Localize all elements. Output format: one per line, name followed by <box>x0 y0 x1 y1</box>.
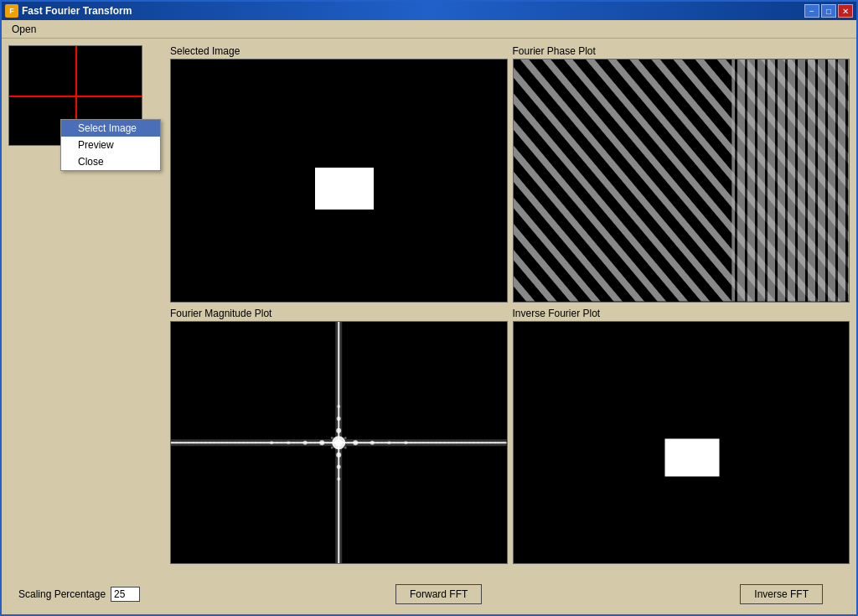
title-bar: F Fast Fourier Transform − □ ✕ <box>2 2 856 20</box>
selected-image-canvas <box>170 59 508 303</box>
fourier-phase-label: Fourier Phase Plot <box>513 45 850 57</box>
menu-bar: Open <box>2 20 856 39</box>
minimize-button[interactable]: − <box>804 4 819 18</box>
menu-open[interactable]: Open <box>5 22 43 37</box>
maximize-button[interactable]: □ <box>821 4 836 18</box>
context-menu-close[interactable]: Close <box>61 153 160 170</box>
scaling-input[interactable] <box>111 587 140 602</box>
magnitude-svg <box>171 322 507 564</box>
app-title: Fast Fourier Transform <box>22 5 132 17</box>
inverse-fourier-white-rect <box>664 438 719 476</box>
fourier-magnitude-canvas <box>170 321 508 565</box>
svg-point-30 <box>331 446 333 448</box>
fourier-phase-panel: Fourier Phase Plot <box>513 45 850 303</box>
controls-area: Scaling Percentage Forward FFT Inverse F… <box>2 571 856 616</box>
inverse-fourier-label: Inverse Fourier Plot <box>513 308 850 319</box>
svg-point-28 <box>331 436 333 438</box>
selected-image-panel: Selected Image <box>170 45 508 303</box>
inverse-fft-button[interactable]: Inverse FFT <box>740 584 823 604</box>
inverse-fft-wrap: Inverse FFT <box>740 584 823 604</box>
scaling-section: Scaling Percentage <box>18 587 140 602</box>
selected-image-label: Selected Image <box>170 45 508 57</box>
window-close-button[interactable]: ✕ <box>838 4 853 18</box>
context-menu: Select Image Preview Close <box>60 119 161 171</box>
forward-fft-button[interactable]: Forward FFT <box>395 584 482 604</box>
left-panel: Select Image Preview Close <box>8 45 163 564</box>
scaling-label: Scaling Percentage <box>18 588 106 600</box>
inverse-fourier-canvas <box>513 321 850 565</box>
inverse-fourier-panel: Inverse Fourier Plot <box>513 308 850 565</box>
selected-image-white-rect <box>315 168 374 210</box>
context-menu-preview[interactable]: Preview <box>61 137 160 153</box>
fourier-magnitude-label: Fourier Magnitude Plot <box>170 308 508 319</box>
svg-rect-6 <box>731 60 849 302</box>
phase-stripes-svg <box>514 60 850 302</box>
app-icon-symbol: F <box>9 7 14 15</box>
svg-point-31 <box>344 436 347 438</box>
forward-fft-wrap: Forward FFT <box>395 584 482 604</box>
fourier-magnitude-panel: Fourier Magnitude Plot <box>170 308 508 565</box>
context-menu-select-image[interactable]: Select Image <box>61 120 160 137</box>
top-panels-row: Selected Image Fourier Phase Plot <box>170 45 850 303</box>
main-content: Select Image Preview Close Selected Imag… <box>2 39 856 571</box>
svg-point-29 <box>344 446 347 448</box>
bottom-panels-row: Fourier Magnitude Plot <box>170 308 850 565</box>
app-icon: F <box>5 4 18 18</box>
fourier-phase-canvas <box>513 59 850 303</box>
right-panels: Selected Image Fourier Phase Plot <box>170 45 850 564</box>
